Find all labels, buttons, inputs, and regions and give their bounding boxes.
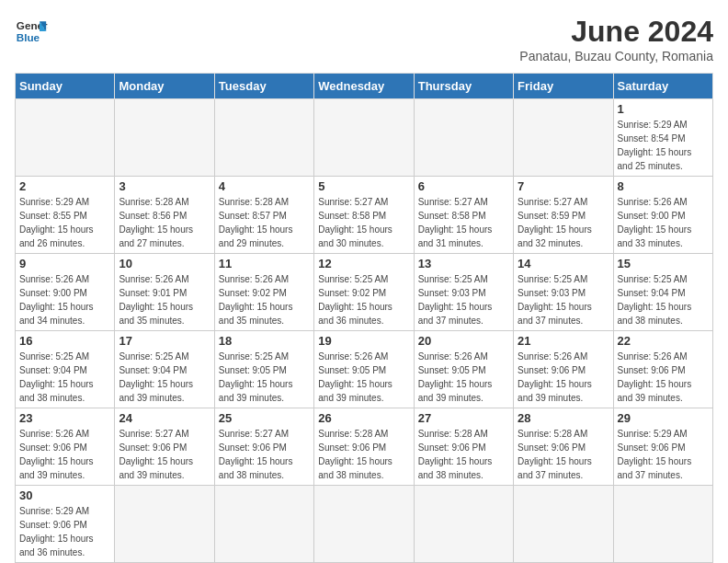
calendar-cell: 25Sunrise: 5:27 AM Sunset: 9:06 PM Dayli… xyxy=(214,408,313,486)
day-info: Sunrise: 5:26 AM Sunset: 9:02 PM Dayligh… xyxy=(219,272,310,327)
weekday-header-monday: Monday xyxy=(115,74,214,99)
day-number: 2 xyxy=(19,179,110,193)
week-row-1: 1Sunrise: 5:29 AM Sunset: 8:54 PM Daylig… xyxy=(16,99,713,177)
page-header: General Blue June 2024 Panatau, Buzau Co… xyxy=(15,15,713,63)
day-number: 11 xyxy=(219,257,310,270)
calendar-title: June 2024 xyxy=(519,15,713,49)
day-number: 10 xyxy=(119,257,210,270)
week-row-6: 30Sunrise: 5:29 AM Sunset: 9:06 PM Dayli… xyxy=(16,486,713,563)
calendar-cell: 1Sunrise: 5:29 AM Sunset: 8:54 PM Daylig… xyxy=(613,99,712,177)
day-number: 27 xyxy=(418,411,509,425)
day-number: 8 xyxy=(618,179,709,193)
day-info: Sunrise: 5:25 AM Sunset: 9:04 PM Dayligh… xyxy=(19,350,110,405)
day-info: Sunrise: 5:26 AM Sunset: 9:00 PM Dayligh… xyxy=(19,272,110,327)
day-number: 26 xyxy=(318,411,409,425)
day-number: 29 xyxy=(618,411,709,425)
calendar-cell: 2Sunrise: 5:29 AM Sunset: 8:55 PM Daylig… xyxy=(16,177,115,254)
day-number: 6 xyxy=(418,179,509,193)
day-number: 13 xyxy=(418,257,509,270)
day-number: 14 xyxy=(518,257,609,270)
calendar-cell xyxy=(314,99,414,177)
calendar-cell xyxy=(314,486,414,563)
day-info: Sunrise: 5:25 AM Sunset: 9:02 PM Dayligh… xyxy=(318,272,409,327)
weekday-header-thursday: Thursday xyxy=(414,74,513,99)
calendar-cell: 19Sunrise: 5:26 AM Sunset: 9:05 PM Dayli… xyxy=(314,331,414,408)
day-info: Sunrise: 5:28 AM Sunset: 8:57 PM Dayligh… xyxy=(219,195,310,250)
calendar-cell xyxy=(115,99,214,177)
day-info: Sunrise: 5:25 AM Sunset: 9:03 PM Dayligh… xyxy=(418,272,509,327)
day-number: 28 xyxy=(518,411,609,425)
day-number: 22 xyxy=(618,334,709,348)
calendar-cell: 17Sunrise: 5:25 AM Sunset: 9:04 PM Dayli… xyxy=(115,331,214,408)
day-info: Sunrise: 5:29 AM Sunset: 8:54 PM Dayligh… xyxy=(618,118,709,173)
day-number: 5 xyxy=(318,179,409,193)
calendar-cell: 22Sunrise: 5:26 AM Sunset: 9:06 PM Dayli… xyxy=(613,331,712,408)
week-row-2: 2Sunrise: 5:29 AM Sunset: 8:55 PM Daylig… xyxy=(16,177,713,254)
day-info: Sunrise: 5:26 AM Sunset: 9:06 PM Dayligh… xyxy=(618,350,709,405)
week-row-4: 16Sunrise: 5:25 AM Sunset: 9:04 PM Dayli… xyxy=(16,331,713,408)
day-number: 4 xyxy=(219,179,310,193)
day-info: Sunrise: 5:27 AM Sunset: 9:06 PM Dayligh… xyxy=(119,427,210,482)
day-number: 20 xyxy=(418,334,509,348)
calendar-cell: 26Sunrise: 5:28 AM Sunset: 9:06 PM Dayli… xyxy=(314,408,414,486)
weekday-header-sunday: Sunday xyxy=(16,74,115,99)
calendar-cell: 27Sunrise: 5:28 AM Sunset: 9:06 PM Dayli… xyxy=(414,408,513,486)
day-number: 23 xyxy=(19,411,110,425)
day-info: Sunrise: 5:26 AM Sunset: 9:05 PM Dayligh… xyxy=(418,350,509,405)
calendar-cell: 4Sunrise: 5:28 AM Sunset: 8:57 PM Daylig… xyxy=(214,177,313,254)
calendar-cell xyxy=(514,99,613,177)
day-info: Sunrise: 5:27 AM Sunset: 8:59 PM Dayligh… xyxy=(518,195,609,250)
week-row-3: 9Sunrise: 5:26 AM Sunset: 9:00 PM Daylig… xyxy=(16,254,713,331)
day-info: Sunrise: 5:25 AM Sunset: 9:04 PM Dayligh… xyxy=(119,350,210,405)
weekday-header-tuesday: Tuesday xyxy=(214,74,313,99)
calendar-cell: 8Sunrise: 5:26 AM Sunset: 9:00 PM Daylig… xyxy=(613,177,712,254)
day-number: 3 xyxy=(119,179,210,193)
calendar-cell xyxy=(16,99,115,177)
day-info: Sunrise: 5:25 AM Sunset: 9:04 PM Dayligh… xyxy=(618,272,709,327)
day-number: 12 xyxy=(318,257,409,270)
day-info: Sunrise: 5:27 AM Sunset: 9:06 PM Dayligh… xyxy=(219,427,310,482)
week-row-5: 23Sunrise: 5:26 AM Sunset: 9:06 PM Dayli… xyxy=(16,408,713,486)
calendar-cell: 24Sunrise: 5:27 AM Sunset: 9:06 PM Dayli… xyxy=(115,408,214,486)
calendar-cell xyxy=(214,99,313,177)
calendar-cell: 21Sunrise: 5:26 AM Sunset: 9:06 PM Dayli… xyxy=(514,331,613,408)
day-number: 15 xyxy=(618,257,709,270)
day-info: Sunrise: 5:28 AM Sunset: 9:06 PM Dayligh… xyxy=(418,427,509,482)
day-info: Sunrise: 5:26 AM Sunset: 9:00 PM Dayligh… xyxy=(618,195,709,250)
calendar-cell: 11Sunrise: 5:26 AM Sunset: 9:02 PM Dayli… xyxy=(214,254,313,331)
calendar-cell: 3Sunrise: 5:28 AM Sunset: 8:56 PM Daylig… xyxy=(115,177,214,254)
day-info: Sunrise: 5:29 AM Sunset: 9:06 PM Dayligh… xyxy=(618,427,709,482)
calendar-subtitle: Panatau, Buzau County, Romania xyxy=(519,49,713,63)
day-info: Sunrise: 5:28 AM Sunset: 9:06 PM Dayligh… xyxy=(318,427,409,482)
calendar-cell: 6Sunrise: 5:27 AM Sunset: 8:58 PM Daylig… xyxy=(414,177,513,254)
calendar-cell: 20Sunrise: 5:26 AM Sunset: 9:05 PM Dayli… xyxy=(414,331,513,408)
svg-text:Blue: Blue xyxy=(17,31,40,43)
calendar-cell xyxy=(414,486,513,563)
day-info: Sunrise: 5:29 AM Sunset: 8:55 PM Dayligh… xyxy=(19,195,110,250)
day-number: 17 xyxy=(119,334,210,348)
day-info: Sunrise: 5:28 AM Sunset: 9:06 PM Dayligh… xyxy=(518,427,609,482)
day-number: 19 xyxy=(318,334,409,348)
logo: General Blue xyxy=(15,15,48,48)
calendar-cell: 16Sunrise: 5:25 AM Sunset: 9:04 PM Dayli… xyxy=(16,331,115,408)
calendar-cell: 29Sunrise: 5:29 AM Sunset: 9:06 PM Dayli… xyxy=(613,408,712,486)
day-number: 18 xyxy=(219,334,310,348)
calendar-cell: 13Sunrise: 5:25 AM Sunset: 9:03 PM Dayli… xyxy=(414,254,513,331)
calendar-cell: 10Sunrise: 5:26 AM Sunset: 9:01 PM Dayli… xyxy=(115,254,214,331)
day-info: Sunrise: 5:26 AM Sunset: 9:06 PM Dayligh… xyxy=(518,350,609,405)
day-info: Sunrise: 5:29 AM Sunset: 9:06 PM Dayligh… xyxy=(19,504,110,559)
day-info: Sunrise: 5:25 AM Sunset: 9:03 PM Dayligh… xyxy=(518,272,609,327)
day-info: Sunrise: 5:25 AM Sunset: 9:05 PM Dayligh… xyxy=(219,350,310,405)
calendar-cell: 18Sunrise: 5:25 AM Sunset: 9:05 PM Dayli… xyxy=(214,331,313,408)
calendar-cell xyxy=(214,486,313,563)
weekday-header-friday: Friday xyxy=(514,74,613,99)
day-info: Sunrise: 5:26 AM Sunset: 9:05 PM Dayligh… xyxy=(318,350,409,405)
calendar-cell xyxy=(414,99,513,177)
weekday-header-saturday: Saturday xyxy=(613,74,712,99)
calendar-cell: 28Sunrise: 5:28 AM Sunset: 9:06 PM Dayli… xyxy=(514,408,613,486)
calendar-cell: 5Sunrise: 5:27 AM Sunset: 8:58 PM Daylig… xyxy=(314,177,414,254)
day-info: Sunrise: 5:27 AM Sunset: 8:58 PM Dayligh… xyxy=(318,195,409,250)
title-section: June 2024 Panatau, Buzau County, Romania xyxy=(519,15,713,63)
day-number: 16 xyxy=(19,334,110,348)
calendar-cell: 30Sunrise: 5:29 AM Sunset: 9:06 PM Dayli… xyxy=(16,486,115,563)
